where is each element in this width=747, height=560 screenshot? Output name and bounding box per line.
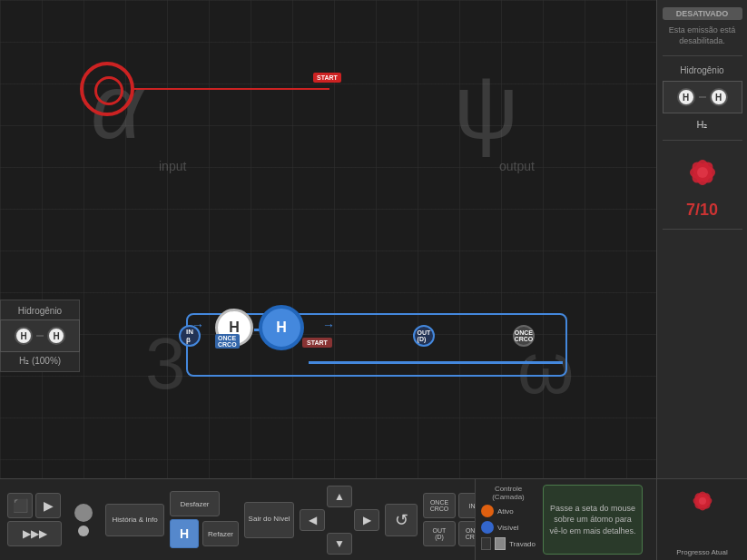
once-crco-btn-1[interactable]: ONCECRCO: [423, 493, 456, 518]
divider-1: [663, 55, 742, 56]
input-circle-inner: [94, 76, 123, 105]
molecule-label: Hidrogênio: [680, 65, 723, 75]
fast-play-btn[interactable]: ▶▶▶: [7, 521, 62, 546]
input-circle[interactable]: [80, 62, 134, 116]
nav-cross: ▲ ◀ ▶ ▼: [300, 486, 379, 555]
info-text: Passe a seta do mouse sobre um átomo par…: [549, 503, 636, 537]
bond-1: [36, 335, 44, 337]
nav-right-btn[interactable]: ▶: [354, 509, 379, 531]
left-h-atom-1: H: [15, 327, 33, 345]
canvas-area: α input ψ output START ω 3 H H ONCECRCO …: [0, 0, 656, 478]
control-title: Controle (Camada): [481, 485, 536, 501]
svg-point-9: [699, 497, 706, 505]
bottom-flower-svg: [684, 483, 721, 519]
right-molecule-display: H H: [663, 81, 742, 113]
right-bond: [699, 96, 706, 98]
hydrogen-atom-blue[interactable]: H: [259, 305, 304, 350]
left-panel-sublabel: H₂ (100%): [19, 356, 61, 366]
visivel-label: Visível: [497, 524, 518, 532]
control-panel: Controle (Camada) Ativo Visível Travado …: [475, 478, 656, 560]
left-molecule-display: H H: [0, 319, 80, 352]
red-connector-line: [134, 88, 329, 90]
atom-badge-once: ONCECRCO: [215, 334, 240, 349]
h2-label: H₂: [697, 119, 708, 131]
undo-redo-group: Desfazer H Refazer: [170, 491, 239, 548]
disabled-text: Esta emissão está desabilitada.: [663, 25, 742, 46]
bottom-stats-panel: Progresso Atual: [656, 478, 747, 560]
middle-node[interactable]: OUT(D): [413, 325, 435, 347]
left-panel-title: Hidrogênio: [18, 306, 62, 316]
svg-point-4: [697, 167, 708, 178]
pathway-start-badge: START: [302, 338, 332, 348]
divider-2: [663, 140, 742, 141]
psi-symbol: ψ: [454, 54, 518, 159]
travado-sq-1[interactable]: [481, 537, 491, 550]
divider-3: [663, 229, 742, 230]
level-group: Sair do Nível: [244, 502, 294, 538]
nav-down-btn[interactable]: ▼: [327, 533, 352, 555]
info-panel: Passe a seta do mouse sobre um átomo par…: [543, 485, 643, 555]
flower-icon-right: [680, 150, 725, 195]
start-badge: START: [313, 73, 341, 83]
history-info-btn[interactable]: História & Info: [105, 504, 164, 536]
undo-btn[interactable]: Desfazer: [170, 491, 220, 516]
rotate-btn[interactable]: ↺: [385, 504, 418, 536]
redo-btn[interactable]: Refazer: [202, 521, 239, 546]
right-end-node[interactable]: ONCECRCO: [513, 325, 535, 347]
left-molecule-panel: Hidrogênio H H H₂ (100%): [0, 300, 80, 372]
right-h-atom-1: H: [677, 88, 695, 106]
play-controls-group: ⬛ ▶ ▶▶▶: [7, 493, 62, 546]
exit-level-btn[interactable]: Sair do Nível: [244, 502, 294, 538]
travado-row: Travado: [481, 537, 536, 550]
visivel-dot[interactable]: [481, 521, 494, 534]
travado-sq-2[interactable]: [495, 537, 505, 550]
nav-up-btn[interactable]: ▲: [327, 486, 352, 507]
rotate-group: ↺: [385, 504, 418, 536]
history-group: História & Info: [105, 504, 164, 536]
nav-group: ▲ ◀ ▶ ▼: [300, 486, 379, 555]
left-input-node[interactable]: INβ: [179, 325, 201, 347]
ativo-row: Ativo: [481, 505, 536, 517]
pathway-container: H H ONCECRCO INβ START OUT(D) ONCECRCO →…: [168, 300, 581, 390]
right-panel: DESATIVADO Esta emissão está desabilitad…: [656, 0, 747, 560]
stop-btn[interactable]: ⬛: [7, 493, 33, 518]
control-left: Controle (Camada) Ativo Visível Travado: [481, 485, 536, 555]
disabled-badge: DESATIVADO: [663, 7, 742, 20]
visivel-row: Visível: [481, 521, 536, 534]
ativo-label: Ativo: [497, 507, 514, 516]
score-display: 7/10: [686, 201, 718, 220]
out-d-btn[interactable]: OUT(D): [423, 521, 456, 546]
nav-left-btn[interactable]: ◀: [300, 509, 325, 531]
ativo-dot[interactable]: [481, 505, 494, 517]
output-label: output: [499, 159, 535, 173]
bottom-flower-container: [663, 483, 742, 519]
right-h-atom-2: H: [710, 88, 728, 106]
bottom-progress-label: Progresso Atual: [663, 548, 742, 556]
arrow-right-top: →: [322, 318, 335, 332]
travado-label: Travado: [509, 540, 536, 548]
cursor-indicator: [67, 504, 100, 536]
h-element-btn[interactable]: H: [170, 519, 199, 548]
bottom-connector: [309, 361, 563, 364]
left-h-atom-2: H: [47, 327, 65, 345]
input-label: input: [159, 159, 186, 173]
step-btn[interactable]: ▶: [35, 493, 61, 518]
